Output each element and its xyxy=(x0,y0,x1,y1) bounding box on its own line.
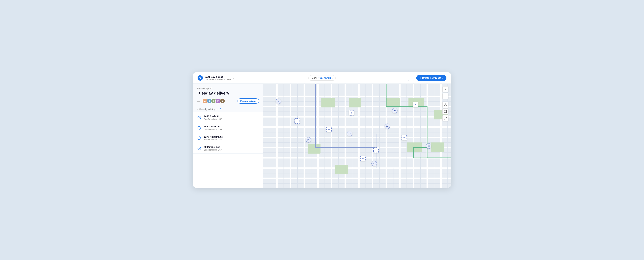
plus-icon: + xyxy=(420,76,421,79)
create-route-label: Create new route xyxy=(422,76,441,79)
today-label: Today xyxy=(311,76,317,79)
depot-name: East Bay depot xyxy=(204,76,231,78)
svg-marker-66 xyxy=(444,104,446,104)
add-stop-marker[interactable]: + xyxy=(402,135,407,140)
route-title: Tuesday delivery xyxy=(197,91,229,96)
add-stop-marker[interactable]: + xyxy=(373,148,379,153)
app-window: East Bay depot 112 routes in the last 30… xyxy=(193,72,451,188)
map-svg xyxy=(263,84,451,188)
depot-text: East Bay depot 112 routes in the last 30… xyxy=(204,76,231,81)
unassigned-arrow-icon: ▾ xyxy=(197,108,198,110)
svg-line-68 xyxy=(446,117,446,118)
date-value: Tue, Apr 30 xyxy=(318,76,331,79)
route-title-row: Tuesday delivery ⋮ xyxy=(197,90,259,96)
map-zoom-out-button[interactable]: − xyxy=(442,93,448,99)
depot-pin-icon xyxy=(198,75,203,81)
stop-address: 1277 Alabama St xyxy=(204,136,222,138)
stop-item[interactable]: 92 Mirabel Ave San Francisco, USA xyxy=(193,143,263,154)
svg-rect-63 xyxy=(407,142,422,152)
map-controls: + − xyxy=(442,86,448,121)
stop-city: San Francisco, USA xyxy=(204,138,222,141)
svg-rect-65 xyxy=(431,142,444,152)
stop-text: 92 Mirabel Ave San Francisco, USA xyxy=(204,146,222,151)
route-marker-24[interactable]: 24 xyxy=(384,124,390,129)
stop-address: 1658 Bush St xyxy=(204,115,222,118)
svg-rect-57 xyxy=(321,98,335,108)
add-stop-marker[interactable]: + xyxy=(360,156,366,161)
route-marker-11[interactable]: 11 xyxy=(347,131,352,136)
drivers-group-icon xyxy=(197,99,200,103)
depot-chevron-icon[interactable]: ⌄ xyxy=(233,77,235,79)
stop-text: 1277 Alabama St San Francisco, USA xyxy=(204,136,222,141)
map-satellite-button[interactable] xyxy=(442,108,448,114)
unassigned-label: Unassigned stops xyxy=(199,108,216,110)
route-date-label: Tuesday, Apr 30 xyxy=(197,87,259,90)
unassigned-count: 6 xyxy=(220,108,221,110)
header-center: Today Tue, Apr 30 ▾ xyxy=(282,75,362,81)
svg-rect-61 xyxy=(308,144,320,154)
route-marker-10[interactable]: 10 xyxy=(306,137,311,142)
create-route-chevron-icon: ▾ xyxy=(442,77,443,79)
depot-info: East Bay depot 112 routes in the last 30… xyxy=(198,75,279,81)
bookmark-button[interactable] xyxy=(408,75,414,81)
route-marker-12[interactable]: 12 xyxy=(372,161,377,166)
map-zoom-in-button[interactable]: + xyxy=(442,86,448,92)
unassigned-header[interactable]: ▾ Unassigned stops • 6 xyxy=(197,108,259,110)
top-header: East Bay depot 112 routes in the last 30… xyxy=(193,72,451,84)
stop-item[interactable]: 159 Mission St San Francisco, USA xyxy=(193,123,263,133)
map-ctrl-divider xyxy=(442,100,448,101)
unassigned-dot: • xyxy=(218,108,218,110)
map-fullscreen-button[interactable] xyxy=(442,115,448,121)
stop-city: San Francisco, USA xyxy=(204,128,222,130)
add-stop-marker[interactable]: + xyxy=(413,102,418,107)
add-stop-marker[interactable]: + xyxy=(294,118,300,124)
drivers-row: A B C D E Manage drivers xyxy=(197,98,259,104)
svg-rect-59 xyxy=(386,98,400,108)
stop-item[interactable]: 1277 Alabama St San Francisco, USA xyxy=(193,133,263,143)
svg-rect-67 xyxy=(444,110,446,113)
more-options-button[interactable]: ⋮ xyxy=(253,90,259,96)
stop-pin-icon xyxy=(197,136,202,140)
driver-avatars: A B C D E xyxy=(202,98,225,104)
route-header: Tuesday, Apr 30 Tuesday delivery ⋮ A B C… xyxy=(193,84,263,106)
unassigned-section: ▾ Unassigned stops • 6 xyxy=(193,106,263,112)
stop-city: San Francisco, USA xyxy=(204,149,222,151)
stop-item[interactable]: 1658 Bush St San Francisco, USA xyxy=(193,113,263,123)
stop-pin-icon xyxy=(197,146,202,151)
route-marker-26[interactable]: 26 xyxy=(426,143,431,149)
stop-text: 159 Mission St San Francisco, USA xyxy=(204,125,222,130)
manage-drivers-button[interactable]: Manage drivers xyxy=(238,98,259,104)
main-content: Tuesday, Apr 30 Tuesday delivery ⋮ A B C… xyxy=(193,84,451,188)
stop-address: 159 Mission St xyxy=(204,125,222,128)
stop-city: San Francisco, USA xyxy=(204,118,222,120)
stops-list: 1658 Bush St San Francisco, USA 159 Miss… xyxy=(193,112,263,188)
stop-address: 92 Mirabel Ave xyxy=(204,146,222,148)
date-selector[interactable]: Today Tue, Apr 30 ▾ xyxy=(308,75,336,81)
date-chevron-icon: ▾ xyxy=(332,77,333,79)
map-layers-button[interactable] xyxy=(442,102,448,108)
svg-rect-58 xyxy=(349,98,360,108)
route-marker-9[interactable]: 9 xyxy=(276,98,281,104)
sidebar: Tuesday, Apr 30 Tuesday delivery ⋮ A B C… xyxy=(193,84,263,188)
stop-pin-icon xyxy=(197,126,202,130)
map-area[interactable]: 9 10 11 12 24 25 26 + + + + + + + + − xyxy=(263,84,451,188)
avatar: E xyxy=(220,98,225,104)
route-marker-25[interactable]: 25 xyxy=(392,108,398,113)
stop-pin-icon xyxy=(197,115,202,120)
create-route-button[interactable]: + Create new route ▾ xyxy=(416,75,446,81)
add-stop-marker[interactable]: + xyxy=(326,127,332,132)
svg-line-69 xyxy=(444,118,445,119)
add-stop-marker[interactable]: + xyxy=(349,110,354,116)
svg-rect-62 xyxy=(335,164,348,174)
depot-subtitle: 112 routes in the last 30 days xyxy=(204,78,231,81)
stop-text: 1658 Bush St San Francisco, USA xyxy=(204,115,222,120)
header-right: + Create new route ▾ xyxy=(365,75,446,81)
